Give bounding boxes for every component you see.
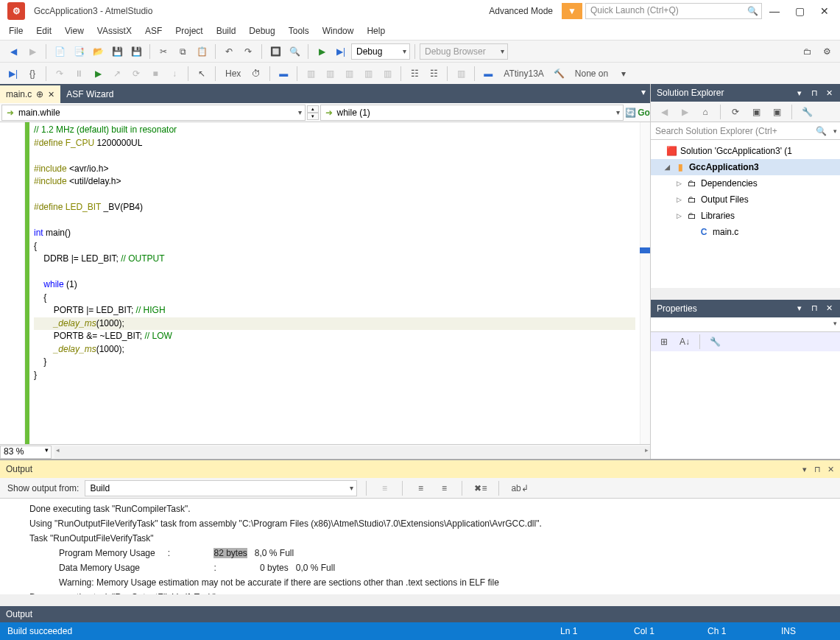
continue-icon[interactable]: ▶ (89, 65, 107, 82)
tab-output[interactable]: Output (6, 609, 32, 619)
h-scrollbar[interactable] (54, 446, 650, 458)
window4-icon[interactable]: ▥ (359, 65, 377, 82)
find-icon[interactable]: 🔲 (267, 43, 284, 60)
home-icon[interactable]: ⌂ (696, 103, 714, 121)
member-combo[interactable]: ➜ while (1) (320, 105, 624, 121)
step-icon[interactable]: ↓ (166, 65, 183, 82)
code-editor[interactable]: // 1.2 MHz (default) built in resonator … (0, 122, 650, 444)
stop-icon[interactable]: ■ (147, 65, 164, 82)
pin-icon[interactable]: ⊓ (809, 303, 819, 313)
menu-file[interactable]: File (9, 26, 23, 36)
tool-label[interactable]: None on (570, 65, 613, 82)
window2-icon[interactable]: ▥ (321, 65, 339, 82)
close-icon[interactable]: ✕ (824, 303, 834, 313)
device-label[interactable]: ATtiny13A (498, 65, 548, 82)
menu-help[interactable]: Help (367, 26, 385, 36)
panel-menu-icon[interactable]: ▾ (794, 88, 805, 98)
tree-main-c[interactable]: C main.c (651, 224, 840, 240)
paste-icon[interactable]: 📋 (193, 43, 211, 60)
step-out-icon[interactable]: ↗ (108, 65, 126, 82)
tab-asf-wizard[interactable]: ASF Wizard (60, 85, 119, 103)
sort-icon[interactable]: A↓ (676, 333, 693, 351)
properties-icon[interactable]: 🔧 (798, 103, 816, 121)
filter-icon[interactable]: ▼ (562, 3, 582, 19)
prev-icon[interactable]: ≡ (412, 479, 429, 497)
wrench-icon[interactable]: 🔧 (706, 333, 724, 351)
fwd-icon[interactable]: ▶ (676, 103, 693, 121)
menu-asf[interactable]: ASF (145, 26, 162, 36)
toolbox-icon[interactable]: 🗀 (799, 43, 816, 60)
add-item-icon[interactable]: 📑 (70, 43, 88, 60)
run-to-cursor-icon[interactable]: ▶| (332, 43, 350, 60)
io-icon[interactable]: ☷ (425, 65, 442, 82)
new-project-icon[interactable]: 📄 (51, 43, 68, 60)
show-all-icon[interactable]: ▣ (768, 103, 786, 121)
go-button[interactable]: 🔄Go (625, 108, 650, 118)
cursor-icon[interactable]: ↖ (193, 65, 211, 82)
tree-solution[interactable]: 🟥 Solution 'GccApplication3' (1 (651, 143, 840, 159)
redo-icon[interactable]: ↷ (239, 43, 257, 60)
watch-icon[interactable]: ▥ (452, 65, 470, 82)
restart-icon[interactable]: ⟳ (127, 65, 145, 82)
debug-browser-combo[interactable]: Debug Browser (420, 43, 508, 60)
brackets-icon[interactable]: {} (24, 65, 41, 82)
tab-main-c[interactable]: main.c ⊕ ✕ (0, 85, 60, 103)
window5-icon[interactable]: ▥ (378, 65, 396, 82)
output-source-combo[interactable]: Build (85, 480, 357, 496)
scope-combo[interactable]: ➜ main.while (1, 105, 306, 121)
pin-icon[interactable]: ⊕ (36, 89, 43, 99)
menu-build[interactable]: Build (216, 26, 236, 36)
chevron-down-icon[interactable]: ▾ (833, 127, 837, 135)
step-over-icon[interactable]: ↷ (51, 65, 68, 82)
pause-icon[interactable]: ⏸ (70, 65, 88, 82)
nav-fwd-icon[interactable]: ▶ (24, 43, 41, 60)
menu-window[interactable]: Window (322, 26, 354, 36)
advanced-mode-label[interactable]: Advanced Mode (483, 4, 559, 18)
memory-icon[interactable]: ▬ (275, 65, 292, 82)
config-combo[interactable]: Debug (351, 43, 410, 60)
undo-icon[interactable]: ↶ (220, 43, 238, 60)
close-icon[interactable]: ✕ (827, 465, 834, 474)
output-text[interactable]: Done executing task "RunCompilerTask". U… (0, 499, 840, 594)
dropdown-icon[interactable]: ▾ (615, 65, 632, 82)
cut-icon[interactable]: ✂ (155, 43, 172, 60)
h-scrollbar[interactable] (651, 288, 840, 300)
save-icon[interactable]: 💾 (108, 43, 126, 60)
solution-search-input[interactable]: Search Solution Explorer (Ctrl+ 🔍 ▾ (651, 122, 840, 140)
pin-icon[interactable]: ⊓ (814, 465, 821, 474)
window1-icon[interactable]: ▥ (302, 65, 320, 82)
menu-edit[interactable]: Edit (36, 26, 52, 36)
collapse-icon[interactable]: ▣ (747, 103, 765, 121)
start-debug-icon[interactable]: ▶ (313, 43, 331, 60)
tree-output-files[interactable]: ▷ 🗀 Output Files (651, 191, 840, 208)
menu-view[interactable]: View (65, 26, 84, 36)
window3-icon[interactable]: ▥ (340, 65, 358, 82)
categorize-icon[interactable]: ⊞ (655, 333, 673, 351)
hammer-icon[interactable]: 🔨 (551, 65, 568, 82)
wrap-icon[interactable]: ab↲ (508, 479, 531, 497)
zoom-combo[interactable]: 83 % (0, 446, 52, 459)
tree-dependencies[interactable]: ▷ 🗀 Dependencies (651, 175, 840, 191)
nav-back-icon[interactable]: ◀ (4, 43, 22, 60)
nav-spinner[interactable]: ▴▾ (307, 105, 319, 120)
save-all-icon[interactable]: 💾 (127, 43, 145, 60)
h-scrollbar[interactable] (0, 594, 840, 606)
refresh-icon[interactable]: ⟳ (727, 103, 744, 121)
tab-overflow-icon[interactable]: ▾ (641, 87, 646, 97)
next-icon[interactable]: ≡ (435, 479, 453, 497)
chip-icon[interactable]: ▬ (479, 65, 497, 82)
copy-icon[interactable]: ⧉ (174, 43, 191, 60)
tree-libraries[interactable]: ▷ 🗀 Libraries (651, 208, 840, 224)
close-icon[interactable]: ✕ (48, 90, 54, 99)
menu-vassistx[interactable]: VAssistX (97, 26, 132, 36)
find-message-icon[interactable]: ≡ (375, 479, 393, 497)
quick-launch-input[interactable]: Quick Launch (Ctrl+Q) 🔍 (585, 3, 762, 19)
close-button[interactable]: ✕ (812, 2, 837, 20)
back-icon[interactable]: ◀ (655, 103, 673, 121)
menu-debug[interactable]: Debug (249, 26, 275, 36)
register-icon[interactable]: ☷ (406, 65, 423, 82)
clear-icon[interactable]: ✖≡ (471, 479, 490, 497)
hex-button[interactable]: Hex (220, 65, 246, 82)
options-icon[interactable]: ⚙ (818, 43, 836, 60)
menu-tools[interactable]: Tools (289, 26, 309, 36)
